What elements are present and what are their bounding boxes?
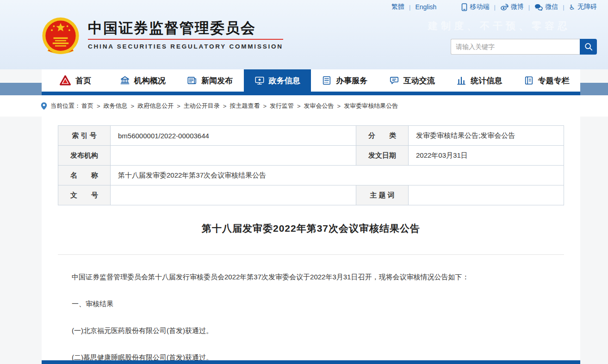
gov-info-monitor-icon [254, 75, 265, 86]
publish-date-label: 发文日期 [356, 146, 409, 166]
breadcrumb-item-gov-info[interactable]: 政务信息 [104, 102, 128, 110]
category-label: 分 类 [356, 126, 409, 146]
topbar-separator: | [528, 4, 530, 11]
keywords-value [409, 185, 564, 205]
footer-top-strip [42, 360, 580, 364]
topbar-wechat-label: 微信 [545, 3, 558, 11]
index-number-value: bm56000001/2022-00003644 [111, 126, 356, 146]
title-divider [58, 254, 564, 255]
topbar-weibo-label: 微博 [511, 3, 524, 11]
table-row: 名 称 第十八届发审委2022年第37次会议审核结果公告 [58, 166, 564, 185]
bar-chart-icon [456, 75, 466, 86]
table-row: 文 号 主 题 词 [58, 185, 564, 205]
index-number-label: 索 引 号 [58, 126, 111, 146]
breadcrumb: 当前位置： 首页 > 政务信息 > 政府信息公开 > 主动公开目录 > 按主题查… [0, 95, 608, 117]
topbar-link-wechat[interactable]: 微信 [534, 3, 558, 11]
breadcrumb-item-issuance[interactable]: 发行监管 [270, 102, 294, 110]
category-value: 发审委审核结果公告;发审会公告 [409, 126, 564, 146]
services-document-icon [322, 75, 332, 86]
breadcrumb-item-iec-announcements[interactable]: 发审会公告 [304, 102, 334, 110]
csrc-logo-icon [59, 75, 71, 86]
nav-label: 首页 [75, 75, 91, 86]
topbar-link-weibo[interactable]: 微博 [500, 3, 524, 11]
nav-item-home[interactable]: 首页 [42, 69, 109, 92]
site-search [451, 39, 597, 55]
breadcrumb-separator: > [297, 103, 301, 110]
org-name-cn: 中国证券监督管理委员会 [88, 20, 283, 36]
main-area: 索 引 号 bm56000001/2022-00003644 分 类 发审委审核… [0, 117, 608, 364]
publisher-value [111, 146, 356, 166]
search-icon [584, 42, 593, 51]
institution-icon [120, 75, 130, 86]
publisher-label: 发布机构 [58, 146, 111, 166]
breadcrumb-item-disclosure[interactable]: 政府信息公开 [137, 102, 174, 110]
brand-text: 中国证券监督管理委员会 CHINA SECURITIES REGULATORY … [88, 17, 283, 50]
nav-label: 政务信息 [269, 75, 300, 86]
nav-item-gov-info[interactable]: 政务信息 [244, 69, 311, 92]
breadcrumb-separator: > [177, 103, 180, 110]
topbar-link-traditional[interactable]: 繁體 [391, 3, 404, 11]
topbar: 繁體 | English 移动端 | 微博 | 微信 | ♿ 无障碍 [391, 0, 597, 14]
table-row: 索 引 号 bm56000001/2022-00003644 分 类 发审委审核… [58, 126, 564, 146]
breadcrumb-item-review-results[interactable]: 发审委审核结果公告 [344, 102, 398, 110]
topbar-link-mobile[interactable]: 移动端 [461, 3, 489, 11]
nav-label: 办事服务 [336, 75, 367, 86]
topbar-separator: | [494, 4, 495, 11]
table-row: 发布机构 发文日期 2022年03月31日 [58, 146, 564, 166]
site-brand: 中国证券监督管理委员会 CHINA SECURITIES REGULATORY … [41, 17, 283, 56]
search-input[interactable] [451, 39, 580, 55]
article-paragraph: 中国证券监督管理委员会第十八届发行审核委员会2022年第37次发审委会议于202… [58, 272, 564, 282]
header-slogan-watermark: 建制度、不干预、零容忍 [428, 19, 571, 32]
nav-label: 新闻发布 [201, 75, 233, 86]
nav-item-interaction[interactable]: 互动交流 [378, 69, 446, 92]
nav-item-services[interactable]: 办事服务 [311, 69, 378, 92]
brand-red-line [88, 39, 283, 40]
mobile-phone-icon [461, 3, 467, 11]
breadcrumb-label: 当前位置： [50, 102, 81, 110]
nav-bottom-strip [42, 92, 580, 95]
special-columns-book-icon [524, 75, 534, 86]
document-info-table: 索 引 号 bm56000001/2022-00003644 分 类 发审委审核… [58, 125, 564, 205]
name-value: 第十八届发审委2022年第37次会议审核结果公告 [111, 166, 564, 185]
topbar-accessibility-label: 无障碍 [577, 3, 597, 11]
breadcrumb-item-catalog[interactable]: 主动公开目录 [184, 102, 220, 110]
breadcrumb-separator: > [97, 103, 100, 110]
news-icon [187, 75, 197, 86]
nav-item-statistics[interactable]: 统计信息 [446, 69, 513, 92]
location-pin-icon [41, 102, 47, 110]
national-emblem-logo [41, 17, 81, 56]
topbar-mobile-label: 移动端 [470, 3, 489, 11]
main-navigation: 首页 机构概况 新闻发布 政务信息 办事服务 [0, 69, 608, 95]
nav-item-institution[interactable]: 机构概况 [109, 69, 177, 92]
org-name-en: CHINA SECURITIES REGULATORY COMMISSION [88, 43, 283, 50]
breadcrumb-separator: > [131, 103, 135, 110]
nav-item-special-columns[interactable]: 专题专栏 [513, 69, 581, 92]
article-title: 第十八届发审委2022年第37次会议审核结果公告 [58, 222, 564, 235]
accessibility-icon: ♿ [569, 4, 575, 11]
weibo-icon [500, 3, 509, 11]
breadcrumb-separator: > [337, 103, 341, 110]
nav-item-news[interactable]: 新闻发布 [176, 69, 244, 92]
breadcrumb-separator: > [223, 103, 227, 110]
doc-number-value [111, 185, 356, 205]
topbar-separator: | [409, 4, 410, 11]
breadcrumb-separator: > [263, 103, 267, 110]
topbar-link-accessibility[interactable]: ♿ 无障碍 [569, 3, 597, 11]
content-panel: 索 引 号 bm56000001/2022-00003644 分 类 发审委审核… [42, 117, 580, 364]
nav-label: 机构概况 [134, 75, 166, 86]
publish-date-value: 2022年03月31日 [409, 146, 564, 166]
breadcrumb-item-by-topic[interactable]: 按主题查看 [230, 102, 260, 110]
search-button[interactable] [580, 39, 597, 55]
topbar-separator: | [563, 4, 564, 11]
wechat-icon [534, 4, 543, 11]
doc-number-label: 文 号 [58, 185, 111, 205]
nav-label: 专题专栏 [538, 75, 570, 86]
breadcrumb-item-home[interactable]: 首页 [81, 102, 93, 110]
nav-label: 统计信息 [471, 75, 502, 86]
topbar-link-english[interactable]: English [415, 3, 436, 11]
name-label: 名 称 [58, 166, 111, 185]
site-header: 繁體 | English 移动端 | 微博 | 微信 | ♿ 无障碍 [0, 0, 608, 69]
keywords-label: 主 题 词 [356, 185, 409, 205]
article-paragraph: 一、审核结果 [58, 299, 564, 308]
chat-bubble-icon [389, 75, 399, 86]
